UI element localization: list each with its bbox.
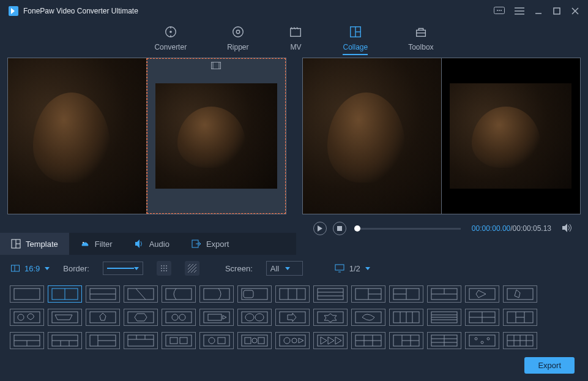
template-option[interactable] [199,309,234,326]
svg-point-84 [18,314,24,320]
close-icon[interactable] [571,7,579,15]
svg-rect-15 [291,28,301,36]
template-option[interactable] [313,285,348,303]
template-option[interactable] [351,285,385,303]
template-option[interactable] [48,285,82,303]
border-label: Border: [63,264,89,273]
nav-toolbox[interactable]: Toolbox [408,25,433,55]
svg-rect-91 [166,312,192,323]
canvas-slot-1[interactable] [8,58,146,214]
tab-export[interactable]: Export [180,233,240,255]
nav-collage[interactable]: Collage [343,25,368,55]
template-option[interactable] [86,332,120,349]
svg-marker-29 [562,224,567,232]
svg-marker-27 [318,225,322,232]
template-option[interactable] [389,285,423,303]
svg-marker-34 [135,240,140,248]
tab-filter[interactable]: Filter [69,233,124,255]
stop-button[interactable] [333,222,346,235]
template-option[interactable] [86,309,120,326]
template-option[interactable] [199,332,234,349]
page-nav[interactable]: 1/2 [335,264,370,273]
nav-converter[interactable]: Converter [154,25,187,55]
template-option[interactable] [237,285,272,303]
nav-label: Converter [154,43,187,51]
menu-icon[interactable] [515,7,524,15]
audio-icon [135,239,144,249]
tab-audio[interactable]: Audio [124,233,180,255]
export-icon [192,239,201,249]
template-option[interactable] [275,332,310,349]
template-option[interactable] [427,285,461,303]
template-option[interactable] [86,285,120,303]
template-option[interactable] [162,332,196,349]
template-option[interactable] [10,309,44,326]
template-option[interactable] [503,285,537,303]
nav-ripper[interactable]: Ripper [227,25,248,55]
aspect-ratio-select[interactable]: 16:9 [11,264,50,273]
svg-point-163 [475,338,477,340]
svg-rect-133 [170,338,177,344]
svg-rect-102 [355,312,381,323]
screen-select[interactable]: All [266,261,303,276]
chevron-down-icon [365,267,370,270]
template-option[interactable] [237,332,272,349]
mv-icon [289,25,302,40]
svg-point-44 [161,270,162,271]
preview-pane[interactable] [302,58,581,214]
svg-rect-146 [318,335,343,346]
border-style-select[interactable] [103,262,143,275]
template-option[interactable] [427,332,461,349]
footer: Export [524,357,575,374]
template-option[interactable] [351,332,385,349]
template-option[interactable] [313,309,348,326]
media-thumbnail [155,83,277,189]
template-option[interactable] [313,332,348,349]
collage-canvas[interactable] [7,58,286,214]
tab-template[interactable]: Template [0,233,69,255]
svg-rect-52 [335,265,344,270]
minimize-icon[interactable] [534,7,543,15]
play-button[interactable] [313,222,327,235]
maximize-icon[interactable] [553,7,561,15]
template-option[interactable] [124,332,158,349]
template-option[interactable] [10,285,44,303]
template-option[interactable] [503,332,537,349]
border-grid-button[interactable] [157,261,171,276]
template-option[interactable] [124,309,158,326]
feedback-icon[interactable] [494,7,505,15]
nav-label: MV [290,43,301,51]
seek-slider[interactable] [357,228,461,230]
canvas-slot-2[interactable] [146,58,285,214]
svg-point-43 [166,268,167,269]
template-option[interactable] [275,285,310,303]
chevron-down-icon [45,267,50,270]
template-option[interactable] [465,285,499,303]
preview-slot-2 [441,58,580,214]
template-option[interactable] [162,285,196,303]
template-option[interactable] [275,309,310,326]
template-option[interactable] [48,309,82,326]
template-option[interactable] [199,285,234,303]
nav-label: Toolbox [408,43,433,51]
template-option[interactable] [237,309,272,326]
svg-marker-148 [328,337,334,344]
template-option[interactable] [389,309,423,326]
template-option[interactable] [503,309,537,326]
template-option[interactable] [124,285,158,303]
template-option[interactable] [351,309,385,326]
template-option[interactable] [389,332,423,349]
template-option[interactable] [465,332,499,349]
svg-marker-96 [223,315,226,319]
preview-slot-1 [303,58,441,214]
volume-icon[interactable] [562,224,572,234]
template-option[interactable] [427,309,461,326]
template-option[interactable] [48,332,82,349]
template-option[interactable] [465,309,499,326]
template-option[interactable] [162,309,196,326]
template-option[interactable] [10,332,44,349]
svg-point-1 [497,10,498,11]
nav-mv[interactable]: MV [289,25,302,55]
border-hatch-button[interactable] [185,261,199,276]
export-button[interactable]: Export [524,357,575,374]
